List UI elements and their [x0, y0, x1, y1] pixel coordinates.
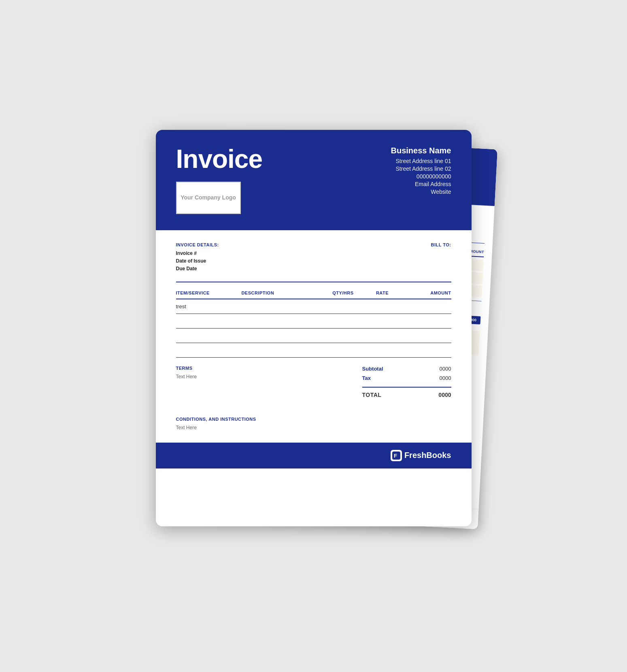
details-right: BILL TO: — [314, 242, 451, 273]
business-website: Website — [391, 189, 451, 195]
svg-text:F: F — [394, 453, 397, 459]
row1-amount — [402, 303, 451, 310]
subtotal-row: Subtotal 0000 — [362, 366, 451, 372]
col-header-item: ITEM/SERVICE — [176, 290, 242, 295]
invoice-details-label: INVOICE DETAILS: — [176, 242, 314, 247]
date-issue-row: Date of Issue — [176, 258, 314, 264]
freshbooks-text: FreshBooks — [404, 451, 451, 460]
row1-rate — [363, 303, 402, 310]
row1-qty — [323, 303, 363, 310]
divider-1 — [176, 282, 451, 282]
total-final-row: TOTAL 0000 — [362, 392, 451, 398]
col-header-amount: AMOUNT — [402, 290, 451, 295]
totals-divider — [362, 387, 451, 388]
business-email: Email Address — [391, 181, 451, 187]
conditions-text: Text Here — [176, 425, 451, 430]
terms-label: TERMS — [176, 366, 314, 371]
table-row-1: trest — [176, 299, 451, 314]
row1-item: trest — [176, 303, 242, 310]
tax-value: 0000 — [440, 375, 451, 381]
freshbooks-logo: F FreshBooks — [391, 450, 451, 461]
details-left: INVOICE DETAILS: Invoice # Date of Issue… — [176, 242, 314, 273]
invoice-front: Invoice Your Company Logo Business Name … — [156, 130, 472, 526]
tax-row: Tax 0000 — [362, 375, 451, 381]
tax-label: Tax — [362, 375, 371, 381]
company-logo-box: Your Company Logo — [176, 182, 241, 214]
bottom-section: TERMS Text Here Subtotal 0000 Tax 0000 T… — [176, 366, 451, 398]
col-header-desc: DESCRIPTION — [241, 290, 323, 295]
business-address1: Street Address line 01 — [391, 158, 451, 164]
subtotal-value: 0000 — [440, 366, 451, 372]
table-row-4 — [176, 343, 451, 358]
terms-text: Text Here — [176, 374, 314, 379]
invoice-body: INVOICE DETAILS: Invoice # Date of Issue… — [156, 230, 472, 443]
col-header-qty: QTY/HRS — [323, 290, 363, 295]
items-section: ITEM/SERVICE DESCRIPTION QTY/HRS RATE AM… — [176, 287, 451, 358]
table-header: ITEM/SERVICE DESCRIPTION QTY/HRS RATE AM… — [176, 287, 451, 299]
table-row-2 — [176, 314, 451, 329]
table-row-3 — [176, 329, 451, 343]
conditions-section: CONDITIONS, AND INSTRUCTIONS Text Here — [176, 410, 451, 430]
invoice-footer: F FreshBooks — [156, 443, 472, 468]
totals-section: Subtotal 0000 Tax 0000 TOTAL 0000 — [314, 366, 451, 398]
business-phone: 00000000000 — [391, 173, 451, 180]
invoice-num-row: Invoice # — [176, 250, 314, 256]
bill-to-label: BILL TO: — [314, 242, 451, 247]
freshbooks-icon: F — [391, 450, 402, 461]
business-name: Business Name — [391, 146, 451, 155]
invoice-header: Invoice Your Company Logo Business Name … — [156, 130, 472, 230]
col-header-rate: RATE — [363, 290, 402, 295]
row1-desc — [241, 303, 323, 310]
total-label: TOTAL — [362, 392, 382, 398]
terms-section: TERMS Text Here — [176, 366, 314, 379]
header-left: Invoice Your Company Logo — [176, 146, 263, 214]
header-right: Business Name Street Address line 01 Str… — [391, 146, 451, 196]
due-date-row: Due Date — [176, 266, 314, 271]
conditions-label: CONDITIONS, AND INSTRUCTIONS — [176, 417, 451, 422]
invoice-scene: INVOICE DETAILS: Invoice # 0000 Date of … — [156, 130, 472, 543]
total-value: 0000 — [438, 392, 451, 398]
details-section: INVOICE DETAILS: Invoice # Date of Issue… — [176, 242, 451, 273]
invoice-title: Invoice — [176, 146, 263, 172]
business-address2: Street Address line 02 — [391, 165, 451, 172]
subtotal-label: Subtotal — [362, 366, 383, 372]
